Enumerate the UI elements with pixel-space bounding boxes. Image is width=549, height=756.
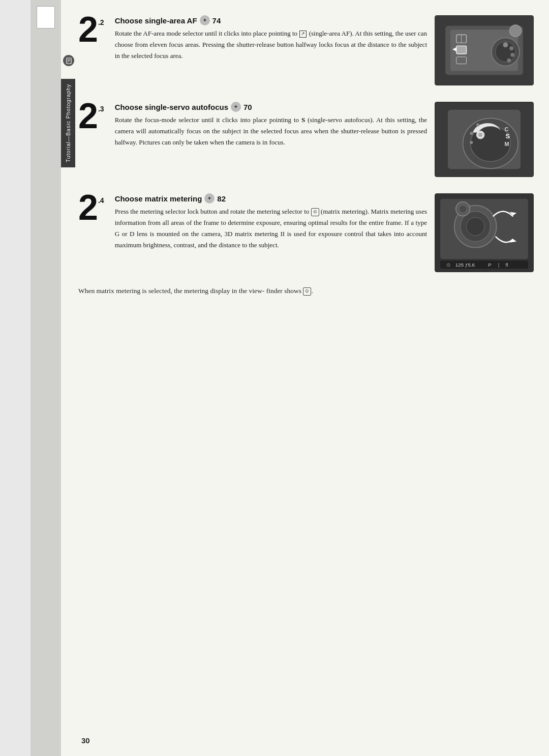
step-2-2-number: 2 .2 bbox=[78, 15, 104, 44]
book-svg-icon bbox=[66, 57, 72, 64]
step-2-3-icon-badge: ✦ bbox=[231, 102, 241, 112]
step-2-2-num-small: .2 bbox=[98, 18, 104, 26]
svg-text:⊙: ⊙ bbox=[446, 262, 450, 268]
step-2-2-camera-svg bbox=[435, 15, 534, 85]
step-2-4-title-text: Choose matrix metering bbox=[115, 194, 202, 203]
step-2-4-icon-badge: ✦ bbox=[204, 193, 215, 203]
closing-paragraph: When matrix metering is selected, the me… bbox=[78, 285, 534, 297]
step-2-2-row: 2 .2 Choose single-area AF ✦ 74 Rotate t… bbox=[78, 15, 534, 88]
svg-text:C: C bbox=[504, 126, 508, 132]
step-2-4-text: Choose matrix metering ✦ 82 Press the me… bbox=[115, 193, 427, 251]
svg-text:S: S bbox=[505, 132, 510, 140]
step-2-4-ref: 82 bbox=[217, 194, 226, 203]
svg-point-35 bbox=[466, 217, 484, 236]
step-2-3-desc: Rotate the focus-mode selector until it … bbox=[115, 114, 427, 148]
step-2-3-image: C S M bbox=[435, 102, 534, 179]
svg-text:M: M bbox=[504, 141, 509, 147]
page-number: 30 bbox=[81, 736, 90, 745]
svg-point-16 bbox=[510, 53, 514, 57]
step-2-4-num-small: .4 bbox=[98, 196, 104, 205]
step-2-4-num-big: 2 bbox=[78, 193, 98, 222]
page-thumbnail bbox=[37, 6, 55, 28]
svg-point-27 bbox=[478, 133, 482, 137]
svg-rect-10 bbox=[456, 46, 467, 54]
svg-text:P: P bbox=[488, 262, 492, 268]
step-2-3-num-small: .3 bbox=[98, 105, 104, 113]
step-2-3-ref: 70 bbox=[243, 103, 252, 111]
sidebar-book-icon bbox=[63, 55, 74, 66]
af-mode-bracket-icon: ↗ bbox=[299, 31, 307, 38]
svg-point-28 bbox=[476, 123, 479, 126]
svg-point-37 bbox=[459, 205, 467, 213]
svg-point-14 bbox=[503, 42, 508, 47]
step-2-3-number: 2 .3 bbox=[78, 102, 104, 131]
step-2-3-text: Choose single-servo autofocus ✦ 70 Rotat… bbox=[115, 102, 427, 148]
svg-point-15 bbox=[509, 46, 513, 50]
main-content: 2 .2 Choose single-area AF ✦ 74 Rotate t… bbox=[78, 15, 534, 741]
step-2-3-row: 2 .3 Choose single-servo autofocus ✦ 70 … bbox=[78, 102, 534, 179]
step-2-4-desc: Press the metering selector lock button … bbox=[115, 206, 427, 251]
step-2-4-number: 2 .4 bbox=[78, 193, 104, 222]
step-2-4-image: ⊙ 125 ƒ5.6 P | fl bbox=[435, 193, 534, 274]
step-2-4: 2 .4 Choose matrix metering ✦ 82 Press t… bbox=[78, 193, 534, 274]
step-2-4-row: 2 .4 Choose matrix metering ✦ 82 Press t… bbox=[78, 193, 534, 274]
step-2-3-num-big: 2 bbox=[78, 102, 98, 131]
sidebar-tab-label: Tutorial—Basic Photography bbox=[65, 84, 71, 162]
matrix-meter-icon-inline: ⊙ bbox=[311, 208, 319, 216]
svg-point-7 bbox=[509, 25, 522, 37]
svg-point-30 bbox=[470, 141, 473, 144]
step-2-2-title: Choose single-area AF ✦ 74 bbox=[115, 15, 427, 25]
step-2-4-camera-svg: ⊙ 125 ƒ5.6 P | fl bbox=[435, 193, 534, 272]
svg-point-29 bbox=[470, 132, 473, 135]
sidebar-tab: Tutorial—Basic Photography bbox=[61, 79, 75, 167]
step-2-2-desc: Rotate the AF-area mode selector until i… bbox=[115, 28, 427, 62]
step-2-4-title: Choose matrix metering ✦ 82 bbox=[115, 193, 427, 203]
svg-text:fl: fl bbox=[505, 262, 508, 268]
svg-point-17 bbox=[507, 59, 511, 63]
svg-rect-40 bbox=[440, 260, 528, 269]
page: Tutorial—Basic Photography 2 .2 Choose s… bbox=[30, 0, 549, 756]
step-2-3: 2 .3 Choose single-servo autofocus ✦ 70 … bbox=[78, 102, 534, 179]
step-2-2-image bbox=[435, 15, 534, 88]
closing-matrix-icon: ⊙ bbox=[303, 287, 311, 296]
step-2-2-text: Choose single-area AF ✦ 74 Rotate the AF… bbox=[115, 15, 427, 62]
step-2-3-title-text: Choose single-servo autofocus bbox=[115, 103, 228, 111]
step-2-3-title: Choose single-servo autofocus ✦ 70 bbox=[115, 102, 427, 112]
step-2-2-title-text: Choose single-area AF bbox=[115, 16, 197, 25]
step-2-2-icon-badge: ✦ bbox=[200, 15, 210, 25]
svg-text:|: | bbox=[498, 262, 500, 268]
svg-text:125  ƒ5.6: 125 ƒ5.6 bbox=[455, 262, 475, 268]
step-2-2: 2 .2 Choose single-area AF ✦ 74 Rotate t… bbox=[78, 15, 534, 88]
left-strip bbox=[30, 0, 61, 756]
step-2-2-num-big: 2 bbox=[78, 15, 98, 44]
step-2-2-ref: 74 bbox=[212, 16, 221, 25]
step-2-3-camera-svg: C S M bbox=[435, 102, 534, 177]
svg-rect-0 bbox=[67, 58, 71, 64]
